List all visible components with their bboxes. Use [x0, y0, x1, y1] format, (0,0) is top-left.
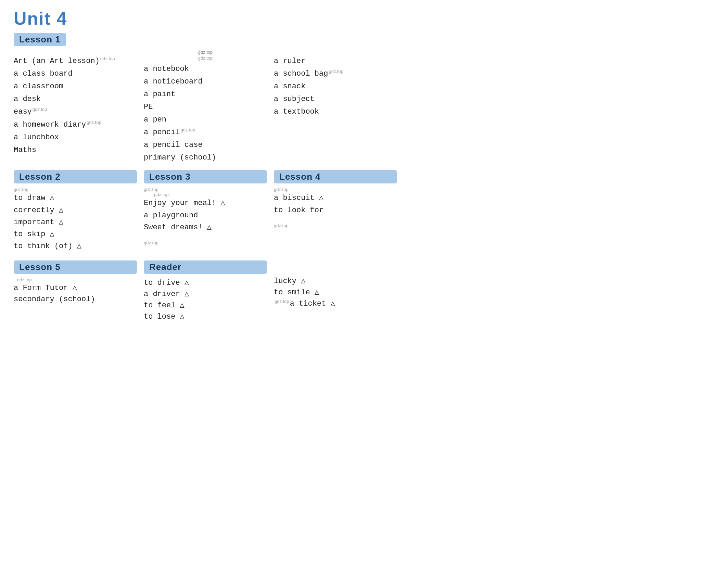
watermark-col2top: gdz.top	[144, 55, 267, 61]
vocab-item: to smile △	[274, 287, 397, 298]
watermark-l4a: gdz.top	[274, 187, 397, 192]
vocab-item: a driver △	[144, 289, 267, 300]
lesson2-section: Lesson 2 gdz.top to draw △ correctly △ i…	[14, 170, 137, 252]
lesson1-col2: gdz.top a notebook a noticeboard a paint…	[144, 55, 267, 163]
extra-section: lucky △ to smile △ gdz.topa ticket △	[274, 260, 397, 322]
watermark-inline: gdz.top	[100, 56, 115, 61]
vocab-item: a notebook	[144, 63, 267, 75]
lesson1-section: Lesson 1 gdz.top Art (an Art lesson)gdz.…	[14, 33, 397, 163]
vocab-item: a class board	[14, 68, 137, 79]
vocab-item: Sweet dreams! △	[144, 221, 267, 233]
vocab-item: Art (an Art lesson)gdz.top	[14, 55, 137, 67]
watermark-bag: gdz.top	[329, 69, 343, 74]
vocab-item: a snack	[274, 81, 397, 92]
lesson5-badge: Lesson 5	[14, 260, 137, 274]
vocab-item: a homework diarygdz.top	[14, 119, 137, 130]
watermark-top: gdz.top	[198, 50, 213, 55]
watermark-l3c: gdz.top	[144, 240, 267, 245]
vocab-item: a Form Tutor △	[14, 282, 137, 294]
lesson4-badge: Lesson 4	[274, 170, 397, 183]
vocab-item: Maths	[14, 144, 137, 156]
vocab-item: correctly △	[14, 204, 137, 216]
lesson3-badge: Lesson 3	[144, 170, 267, 183]
lesson1-col1: Art (an Art lesson)gdz.top a class board…	[14, 55, 137, 163]
vocab-item: a playground	[144, 209, 267, 221]
vocab-item: a classroom	[14, 81, 137, 92]
reader-section: Reader to drive △ a driver △ to feel △ t…	[144, 260, 267, 322]
vocab-item: a pencilgdz.top	[144, 127, 267, 138]
vocab-item: a subject	[274, 93, 397, 105]
lesson2-badge: Lesson 2	[14, 170, 137, 183]
watermark-l3a: gdz.top	[144, 187, 267, 192]
unit-title: Unit 4	[14, 8, 397, 29]
lesson4-section: Lesson 4 gdz.top a biscuit △ to look for…	[274, 170, 397, 252]
vocab-item: secondary (school)	[14, 294, 137, 305]
watermark-l2: gdz.top	[14, 187, 137, 192]
vocab-item: a desk	[14, 93, 137, 105]
vocab-item: a pen	[144, 114, 267, 125]
watermark-l4b: gdz.top	[274, 223, 397, 228]
vocab-item: a paint	[144, 89, 267, 100]
vocab-item: to skip △	[14, 228, 137, 240]
vocab-item: to feel △	[144, 300, 267, 311]
vocab-item: a ruler	[274, 55, 397, 67]
watermark-l3b: gdz.top	[154, 192, 267, 197]
vocab-item: PE	[144, 101, 267, 113]
vocab-item: gdz.topa ticket △	[274, 298, 397, 309]
vocab-item: a biscuit △	[274, 192, 397, 204]
vocab-item: a school baggdz.top	[274, 68, 397, 79]
vocab-item: lucky △	[274, 276, 397, 287]
lesson3-section: Lesson 3 gdz.top gdz.top Enjoy your meal…	[144, 170, 267, 252]
watermark-ticket: gdz.top	[275, 299, 289, 304]
vocab-item: to look for	[274, 204, 397, 216]
vocab-item: to drive △	[144, 277, 267, 289]
vocab-item: primary (school)	[144, 152, 267, 163]
vocab-item: a textbook	[274, 106, 397, 117]
vocab-item: easygdz.top	[14, 106, 137, 117]
vocab-item: to think (of) △	[14, 240, 137, 252]
watermark-inline2: gdz.top	[33, 107, 47, 112]
lesson1-col3: a ruler a school baggdz.top a snack a su…	[274, 55, 397, 163]
lesson1-badge: Lesson 1	[14, 33, 66, 46]
lesson5-section: Lesson 5 gdz.top a Form Tutor △ secondar…	[14, 260, 137, 322]
watermark-inline3: gdz.top	[87, 120, 101, 125]
vocab-item: important △	[14, 216, 137, 228]
vocab-item: a pencil case	[144, 139, 267, 151]
reader-badge: Reader	[144, 260, 267, 274]
vocab-item: to lose △	[144, 311, 267, 322]
vocab-item: to draw △	[14, 192, 137, 204]
vocab-item: a lunchbox	[14, 132, 137, 143]
vocab-item: Enjoy your meal! △	[144, 197, 267, 209]
watermark-l5: gdz.top	[17, 277, 137, 282]
vocab-item: a noticeboard	[144, 76, 267, 87]
watermark-pencil: gdz.top	[181, 127, 195, 132]
